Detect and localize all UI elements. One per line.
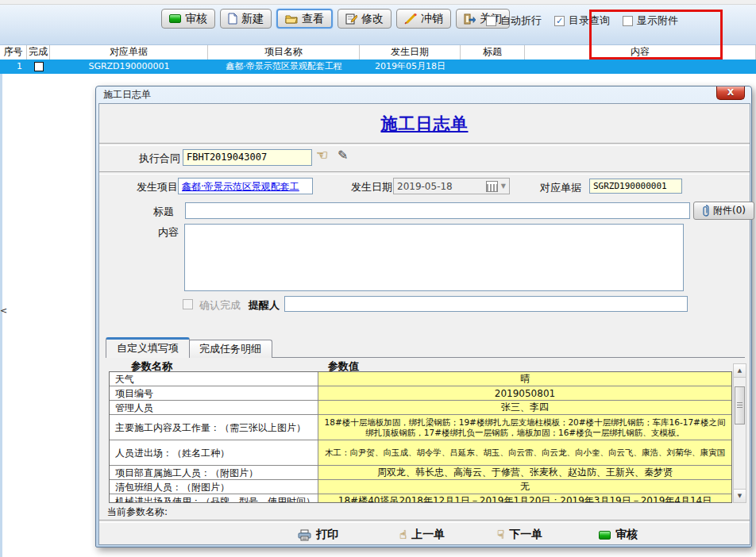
form-heading: 施工日志单 xyxy=(99,113,750,135)
param-table-scrollbar[interactable]: ▲ ▼ xyxy=(733,363,746,503)
grid-column-header[interactable]: 内容 xyxy=(525,45,756,60)
param-table: 天气晴项目编号2019050801管理人员张三、李四主要施工内容及工作量：（需三… xyxy=(109,371,732,503)
row-doc-no: SGRZD190000001 xyxy=(50,60,208,74)
button-label: 审核 xyxy=(615,528,638,542)
row-content xyxy=(525,60,756,74)
tab-custom-fields[interactable]: 自定义填写项 xyxy=(106,337,190,358)
checkbox-box[interactable]: ✓ xyxy=(554,16,565,26)
content-textarea[interactable] xyxy=(184,224,684,291)
param-row[interactable]: 机械进出场及使用：（品牌、型号、使用时间）18#楼40塔吊2018年12月1日－… xyxy=(110,494,731,503)
next-record-button[interactable]: ☟下一单 xyxy=(497,525,542,544)
auto-wrap-checkbox[interactable]: 自动折行 xyxy=(486,13,542,28)
separator xyxy=(99,143,750,146)
grid-column-header[interactable]: 完成 xyxy=(27,45,50,60)
lookup-hand-icon[interactable]: ☜ xyxy=(316,147,328,163)
title-label: 标题 xyxy=(153,205,174,219)
checkbox-box[interactable] xyxy=(623,16,633,26)
project-link[interactable]: 鑫都·帝景示范区景观配套工 xyxy=(182,181,299,192)
hand-down-icon: ☟ xyxy=(497,529,504,541)
reminder-input[interactable] xyxy=(284,296,688,312)
attachment-button[interactable]: 附件(0) xyxy=(693,202,754,220)
modify-button[interactable]: 修改 xyxy=(338,9,392,29)
dialog-close-button[interactable]: X xyxy=(716,86,745,100)
edit-pencil-icon[interactable]: ✎ xyxy=(338,148,348,163)
separator xyxy=(99,171,750,175)
param-row[interactable]: 清包班组人员：（附图片）无 xyxy=(110,480,731,494)
done-checkbox[interactable] xyxy=(34,62,44,71)
grid-column-header[interactable]: 序号 xyxy=(0,45,27,60)
param-value[interactable]: 18#楼40塔吊2018年12月1日－2019年1月20日；2019年3月19日… xyxy=(318,494,731,503)
scroll-down-icon[interactable]: ▼ xyxy=(734,489,746,502)
open-folder-icon xyxy=(285,13,298,24)
close-door-icon xyxy=(464,13,476,25)
button-label: 审核 xyxy=(185,12,207,26)
param-name: 管理人员 xyxy=(110,401,318,414)
panel-collapse-chevron-icon[interactable]: < xyxy=(0,306,7,315)
approve-footer-button[interactable]: 审核 xyxy=(599,525,638,544)
date-picker[interactable]: 2019-05-18 ▼ xyxy=(393,178,510,194)
param-value[interactable]: 张三、李四 xyxy=(318,401,731,414)
param-name: 项目部直属施工人员：（附图片） xyxy=(110,466,318,479)
param-value[interactable]: 晴 xyxy=(318,372,731,386)
grid-column-header[interactable]: 对应单据 xyxy=(50,45,208,60)
checkbox-box[interactable] xyxy=(486,16,496,26)
param-name: 清包班组人员：（附图片） xyxy=(110,480,318,494)
param-row[interactable]: 天气晴 xyxy=(110,372,731,386)
contract-label: 执行合同 xyxy=(139,152,180,166)
row-done-checkbox[interactable] xyxy=(27,60,50,74)
button-label: 冲销 xyxy=(421,12,443,26)
param-row[interactable]: 人员进出场：（姓名工种）木工：向尹贺、向玉成、胡令学、吕延东、胡玉、向云雷、向云… xyxy=(110,440,731,466)
print-icon xyxy=(298,529,311,541)
view-button[interactable]: 查看 xyxy=(276,9,333,29)
grid-column-header[interactable]: 发生日期 xyxy=(360,45,461,60)
param-name: 主要施工内容及工作量：（需三张以上图片） xyxy=(110,415,318,440)
param-row[interactable]: 项目部直属施工人员：（附图片）周双龙、韩长忠、高海云、于修营、张麦秋、赵边防、王… xyxy=(110,466,731,480)
doc-number-field[interactable]: SGRZD190000001 xyxy=(589,179,682,194)
button-label: 打印 xyxy=(316,528,338,542)
show-attachments-checkbox[interactable]: 显示附件 xyxy=(623,13,678,28)
content-label: 内容 xyxy=(158,225,179,240)
paperclip-icon xyxy=(702,205,710,217)
confirm-complete-checkbox xyxy=(183,299,193,309)
param-name: 人员进出场：（姓名工种） xyxy=(110,440,318,465)
attachment-button-label: 附件(0) xyxy=(713,204,746,217)
row-project: 鑫都·帝景示范区景观配套工程 xyxy=(208,60,360,74)
param-value[interactable]: 2019050801 xyxy=(318,386,731,400)
button-label: 新建 xyxy=(241,12,264,26)
contract-field[interactable]: FBHT2019043007 xyxy=(183,149,312,166)
tab-task-detail[interactable]: 完成任务明细 xyxy=(188,340,272,358)
reverse-button[interactable]: 冲销 xyxy=(396,9,451,29)
scroll-up-icon[interactable]: ▲ xyxy=(734,364,746,378)
new-button[interactable]: 新建 xyxy=(220,9,272,29)
grid-column-header[interactable]: 标题 xyxy=(461,45,525,60)
status-text: 当前参数名称: xyxy=(107,505,168,519)
grid-selected-row[interactable]: 1SGRZD190000001鑫都·帝景示范区景观配套工程2019年05月18日 xyxy=(0,60,756,74)
dialog-titlebar[interactable]: 施工日志单 xyxy=(96,86,751,103)
grid-header-row: 序号完成对应单据项目名称发生日期标题内容 xyxy=(0,45,756,60)
row-seq: 1 xyxy=(0,60,27,74)
button-label: 下一单 xyxy=(509,528,542,542)
approve-icon xyxy=(599,531,611,540)
param-row[interactable]: 管理人员张三、李四 xyxy=(110,401,731,415)
param-name: 机械进出场及使用：（品牌、型号、使用时间） xyxy=(110,494,318,503)
print-button[interactable]: 打印 xyxy=(298,525,338,544)
param-row[interactable]: 项目编号2019050801 xyxy=(110,386,731,401)
approve-button[interactable]: 审核 xyxy=(161,9,215,29)
date-value: 2019-05-18 xyxy=(397,181,486,192)
directory-query-checkbox[interactable]: ✓目录查询 xyxy=(554,13,610,28)
param-value[interactable]: 无 xyxy=(318,480,731,494)
project-label: 发生项目 xyxy=(137,180,178,194)
chevron-down-icon[interactable]: ▼ xyxy=(501,182,506,190)
reverse-icon xyxy=(404,13,417,25)
grid-column-header[interactable]: 项目名称 xyxy=(208,45,360,60)
scrollbar-thumb[interactable] xyxy=(735,386,745,424)
param-row[interactable]: 主要施工内容及工作量：（需三张以上图片）18#楼十层墙板加固，绑扎梁钢筋；19#… xyxy=(110,415,731,440)
param-value[interactable]: 木工：向尹贺、向玉成、胡令学、吕延东、胡玉、向云雷、向云龙、向小奎、向云飞、康浩… xyxy=(318,440,731,465)
previous-record-button[interactable]: ☝上一单 xyxy=(399,525,445,544)
title-input[interactable] xyxy=(185,202,690,219)
project-field[interactable]: 鑫都·帝景示范区景观配套工 xyxy=(178,178,313,194)
param-value[interactable]: 周双龙、韩长忠、高海云、于修营、张麦秋、赵边防、王新兴、秦梦贤 xyxy=(318,466,731,479)
checkbox-label: 自动折行 xyxy=(500,13,542,28)
param-value[interactable]: 18#楼十层墙板加固，绑扎梁钢筋；19#楼绑扎九层支墙柱模板；20#楼十层绑扎钢… xyxy=(318,415,731,440)
calendar-icon xyxy=(486,181,498,192)
